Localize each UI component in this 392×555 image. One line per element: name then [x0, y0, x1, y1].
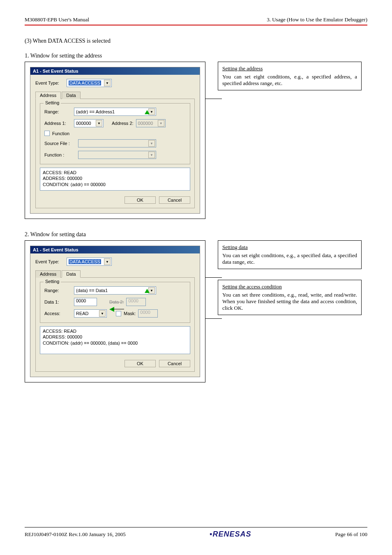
part2-right-col: Setting data You can set eight condition…	[218, 240, 362, 315]
access-value: READ	[76, 311, 89, 316]
function-label: Function :	[44, 152, 76, 157]
callout-title: Setting data	[222, 244, 248, 251]
event-type-row: Event Type: DATA ACCESS ▼	[35, 258, 195, 266]
arrow-icon	[145, 110, 150, 114]
data-row: Data 1: 0000 Data 2: 0000	[44, 298, 186, 306]
data2-input: 0000	[126, 298, 146, 306]
callout-title: Setting the access condition	[222, 283, 282, 290]
dropdown-icon[interactable]: ▼	[104, 258, 111, 265]
callout-setting-address: Setting the address You can set eight co…	[218, 62, 362, 90]
access-row: Access: READ ▼ Mask: 0000	[44, 309, 186, 318]
function-checkbox[interactable]	[44, 131, 50, 136]
event-type-row: Event Type: DATA ACCESS ▼	[35, 79, 195, 87]
fieldset-legend: Setting	[44, 100, 61, 105]
dialog-body: Event Type: DATA ACCESS ▼ Address Data S…	[30, 75, 200, 213]
access-select[interactable]: READ ▼	[74, 309, 107, 318]
data1-label: Data 1:	[44, 299, 71, 304]
part2-title: 2. Window for setting data	[25, 231, 367, 238]
footer-left: REJ10J0497-0100Z Rev.1.00 January 16, 20…	[25, 531, 126, 538]
range-label: Range:	[44, 109, 71, 114]
part2-dialog: A1 - Set Event Status Event Type: DATA A…	[30, 246, 200, 377]
dropdown-icon[interactable]: ▼	[96, 120, 102, 127]
dropdown-icon[interactable]: ▼	[104, 80, 111, 86]
dropdown-icon: ▼	[148, 140, 155, 147]
callout-text: You can set eight conditions, e.g., a sp…	[222, 74, 357, 86]
fieldset-legend: Setting	[44, 279, 61, 284]
mask-label: Mask:	[124, 311, 136, 316]
part1-row: A1 - Set Event Status Event Type: DATA A…	[25, 62, 367, 219]
setting-fieldset: Setting Range: (data) == Data1 ▼ Data 1:…	[40, 282, 190, 323]
range-select[interactable]: (data) == Data1 ▼	[74, 286, 156, 295]
cancel-button[interactable]: Cancel	[159, 196, 190, 204]
tab-address[interactable]: Address	[35, 92, 61, 99]
page-header: M30880T-EPB User's Manual 3. Usage (How …	[25, 16, 367, 25]
part2-row: A1 - Set Event Status Event Type: DATA A…	[25, 240, 367, 382]
range-row: Range: (addr) == Address1 ▼	[44, 108, 186, 116]
section-title: (3) When DATA ACCESS is selected	[25, 38, 367, 44]
dropdown-icon: ▼	[158, 120, 164, 127]
access-label: Access:	[44, 311, 71, 316]
function-check-row: Function	[44, 131, 186, 136]
callout-title: Setting the address	[222, 65, 263, 72]
tab-data[interactable]: Data	[62, 92, 80, 99]
dropdown-icon: ▼	[148, 152, 155, 158]
tab-panel-data: Setting Range: (data) == Data1 ▼ Data 1:…	[35, 277, 195, 372]
address1-value: 000000	[76, 121, 91, 126]
callout-setting-data: Setting data You can set eight condition…	[218, 240, 362, 269]
part2-dialog-wrap: A1 - Set Event Status Event Type: DATA A…	[25, 240, 205, 382]
event-type-label: Event Type:	[35, 259, 64, 264]
range-value: (data) == Data1	[76, 288, 108, 293]
tab-address[interactable]: Address	[35, 270, 61, 278]
part1-title: 1. Window for setting the address	[25, 53, 367, 59]
mask-checkbox[interactable]	[116, 311, 121, 316]
dropdown-icon[interactable]: ▼	[99, 310, 106, 317]
function-select: ▼	[78, 151, 156, 159]
summary-box: ACCESS: READ ADDRESS: 000000 CONDITION: …	[40, 168, 190, 191]
event-type-value: DATA ACCESS	[69, 81, 101, 85]
callout-text: You can set eight conditions, e.g., a sp…	[222, 252, 357, 265]
dialog-buttons: OK Cancel	[40, 196, 190, 204]
setting-fieldset: Setting Range: (addr) == Address1 ▼ Addr…	[40, 103, 190, 164]
cancel-button[interactable]: Cancel	[159, 360, 190, 367]
address-row: Address 1: 000000 ▼ Address 2: 000000 ▼	[44, 119, 186, 127]
data1-input[interactable]: 0000	[74, 298, 97, 306]
address2-label: Address 2:	[112, 121, 134, 126]
header-left: M30880T-EPB User's Manual	[25, 16, 89, 23]
event-type-select[interactable]: DATA ACCESS ▼	[67, 79, 112, 87]
callout-text: You can set three conditions, e.g., read…	[222, 292, 357, 311]
footer-right: Page 66 of 100	[335, 531, 367, 538]
source-file-row: Source File : ▼	[44, 139, 186, 147]
leader-line	[205, 99, 222, 99]
header-right: 3. Usage (How to Use the Emulator Debugg…	[267, 16, 367, 23]
address2-value: 000000	[138, 121, 153, 126]
address2-combo: 000000 ▼	[136, 119, 166, 127]
ok-button[interactable]: OK	[125, 360, 156, 367]
range-value: (addr) == Address1	[76, 109, 115, 114]
address1-combo[interactable]: 000000 ▼	[74, 119, 104, 127]
event-type-select[interactable]: DATA ACCESS ▼	[67, 258, 112, 266]
function-row: Function : ▼	[44, 151, 186, 159]
tab-data[interactable]: Data	[62, 270, 80, 278]
source-file-select: ▼	[78, 139, 156, 147]
address1-label: Address 1:	[44, 121, 71, 126]
tab-panel-address: Setting Range: (addr) == Address1 ▼ Addr…	[35, 99, 195, 208]
ok-button[interactable]: OK	[125, 196, 156, 204]
arrow-icon	[145, 289, 150, 293]
tabs: Address Data	[35, 270, 195, 277]
part1-dialog-wrap: A1 - Set Event Status Event Type: DATA A…	[25, 62, 205, 219]
mask-input: 0000	[138, 309, 158, 318]
dialog-title: A1 - Set Event Status	[30, 67, 200, 75]
summary-box: ACCESS: READ ADDRESS: 000000 CONDITION: …	[40, 326, 190, 354]
callout-access-condition: Setting the access condition You can set…	[218, 280, 362, 315]
arrow-icon	[107, 307, 114, 312]
data2-label: Data 2:	[109, 299, 124, 304]
range-row: Range: (data) == Data1 ▼	[44, 286, 186, 295]
page-footer: REJ10J0497-0100Z Rev.1.00 January 16, 20…	[25, 527, 367, 539]
dialog-body: Event Type: DATA ACCESS ▼ Address Data S…	[30, 253, 200, 377]
range-select[interactable]: (addr) == Address1 ▼	[74, 108, 156, 116]
part1-dialog: A1 - Set Event Status Event Type: DATA A…	[30, 67, 200, 214]
range-label: Range:	[44, 288, 71, 293]
source-file-label: Source File :	[44, 141, 76, 146]
leader-line	[205, 318, 222, 319]
leader-line	[205, 277, 222, 278]
